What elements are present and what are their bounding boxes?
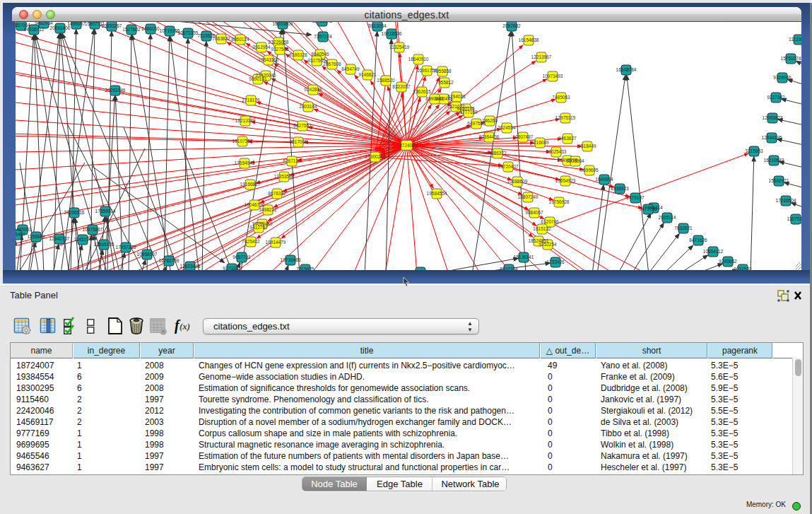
svg-text:6794028: 6794028 (447, 94, 466, 99)
svg-text:10719155: 10719155 (160, 28, 180, 33)
svg-text:10107552: 10107552 (233, 139, 253, 144)
svg-text:6216089: 6216089 (531, 140, 549, 145)
svg-text:20364436: 20364436 (479, 134, 500, 139)
svg-text:7357224: 7357224 (314, 34, 332, 39)
svg-text:15692971: 15692971 (769, 178, 789, 183)
svg-text:8938923: 8938923 (611, 186, 629, 191)
svg-text:9120433: 9120433 (411, 269, 430, 270)
svg-text:7386372: 7386372 (488, 151, 507, 156)
svg-text:7485063: 7485063 (552, 95, 570, 100)
svg-text:19166827: 19166827 (240, 182, 261, 187)
svg-text:9412767: 9412767 (249, 225, 268, 230)
svg-text:16914479: 16914479 (266, 240, 286, 245)
svg-text:3912954: 3912954 (252, 45, 271, 49)
svg-text:15136141: 15136141 (514, 255, 534, 259)
svg-text:19218506: 19218506 (382, 31, 402, 36)
svg-text:10671355: 10671355 (178, 30, 199, 35)
svg-text:8454749: 8454749 (341, 66, 360, 71)
svg-text:10025433: 10025433 (546, 149, 567, 154)
svg-text:3215953: 3215953 (745, 148, 763, 153)
svg-text:18807249: 18807249 (518, 194, 539, 199)
svg-text:7315925: 7315925 (296, 267, 314, 270)
svg-text:10688609: 10688609 (507, 179, 528, 184)
svg-text:9657791: 9657791 (233, 255, 251, 259)
svg-text:1156849: 1156849 (28, 234, 45, 239)
svg-text:9463627: 9463627 (558, 136, 577, 141)
svg-text:9517006: 9517006 (289, 139, 307, 144)
svg-text:9915407: 9915407 (16, 232, 25, 237)
svg-text:2803144: 2803144 (299, 104, 317, 109)
svg-text:12444195: 12444195 (762, 135, 782, 140)
svg-text:17359914: 17359914 (95, 209, 116, 214)
svg-text:7663822: 7663822 (212, 36, 230, 41)
svg-text:12942757: 12942757 (49, 236, 70, 241)
svg-text:1588520: 1588520 (377, 78, 395, 83)
svg-text:9699695: 9699695 (580, 168, 599, 173)
svg-text:8860124: 8860124 (231, 37, 249, 42)
svg-text:20206516: 20206516 (64, 210, 85, 215)
svg-text:12213389: 12213389 (235, 118, 256, 123)
svg-text:7625402: 7625402 (242, 239, 260, 244)
svg-text:7955812: 7955812 (435, 80, 454, 85)
svg-text:16648784: 16648784 (616, 67, 637, 72)
svg-text:11353594: 11353594 (274, 174, 295, 179)
svg-text:9242848: 9242848 (304, 87, 322, 92)
svg-text:9329966: 9329966 (773, 75, 792, 80)
svg-text:9273341: 9273341 (223, 266, 241, 270)
svg-text:16782759: 16782759 (159, 258, 180, 263)
svg-text:10958107: 10958107 (137, 252, 158, 257)
svg-text:16033809: 16033809 (273, 22, 293, 26)
svg-text:11325419: 11325419 (389, 45, 410, 49)
svg-text:9245652: 9245652 (719, 259, 737, 264)
svg-text:2867608: 2867608 (323, 62, 341, 66)
svg-text:8435061: 8435061 (16, 227, 32, 232)
svg-text:12213967: 12213967 (531, 54, 552, 59)
svg-text:9777169: 9777169 (459, 110, 478, 115)
svg-text:8322037: 8322037 (392, 84, 411, 89)
svg-text:12975115: 12975115 (555, 115, 576, 120)
svg-text:8990443: 8990443 (425, 96, 444, 101)
svg-text:15751074: 15751074 (781, 56, 801, 61)
svg-text:1145194: 1145194 (74, 237, 92, 242)
svg-text:1527602: 1527602 (122, 27, 141, 32)
svg-text:7955858: 7955858 (433, 69, 452, 74)
svg-text:2087682: 2087682 (502, 23, 521, 28)
svg-text:9890161: 9890161 (249, 76, 267, 81)
svg-text:9227342: 9227342 (767, 95, 785, 100)
svg-text:10543362: 10543362 (259, 57, 279, 62)
svg-text:9032532: 9032532 (734, 267, 752, 270)
svg-text:19756928: 19756928 (549, 199, 570, 204)
svg-text:1615132: 1615132 (533, 226, 551, 231)
svg-text:9327506: 9327506 (271, 47, 289, 52)
svg-text:20053346: 20053346 (105, 88, 126, 93)
svg-text:18640910: 18640910 (408, 57, 429, 62)
svg-text:3624554: 3624554 (498, 125, 516, 130)
svg-text:746266: 746266 (482, 118, 498, 123)
svg-text:8832704: 8832704 (500, 267, 518, 270)
svg-text:9884067: 9884067 (525, 210, 543, 215)
svg-text:16210643: 16210643 (764, 158, 784, 163)
svg-text:10807487: 10807487 (513, 134, 534, 139)
svg-text:2718176: 2718176 (242, 98, 260, 103)
svg-text:8678332: 8678332 (268, 191, 286, 196)
svg-text:12505155: 12505155 (94, 242, 114, 247)
svg-text:8813054: 8813054 (368, 23, 387, 28)
svg-text:10046756: 10046756 (245, 202, 265, 207)
svg-text:6466160: 6466160 (141, 26, 160, 31)
svg-text:15300215: 15300215 (365, 154, 386, 159)
svg-text:1733426: 1733426 (546, 259, 565, 264)
svg-text:20691406: 20691406 (50, 25, 71, 30)
svg-text:10973493: 10973493 (543, 74, 563, 78)
svg-text:18724007: 18724007 (397, 143, 418, 148)
svg-text:9471236: 9471236 (639, 206, 657, 211)
svg-text:(x): (x) (180, 321, 190, 332)
svg-text:8186328: 8186328 (289, 52, 307, 57)
svg-text:1167533: 1167533 (787, 216, 801, 221)
svg-text:19654923: 19654923 (555, 178, 576, 183)
svg-text:12093823: 12093823 (763, 115, 783, 120)
svg-text:9252254: 9252254 (539, 242, 557, 247)
svg-text:6120746: 6120746 (541, 219, 559, 224)
svg-text:19716485: 19716485 (281, 257, 301, 262)
svg-text:17016504: 17016504 (776, 198, 796, 203)
svg-text:8427552: 8427552 (293, 123, 312, 128)
